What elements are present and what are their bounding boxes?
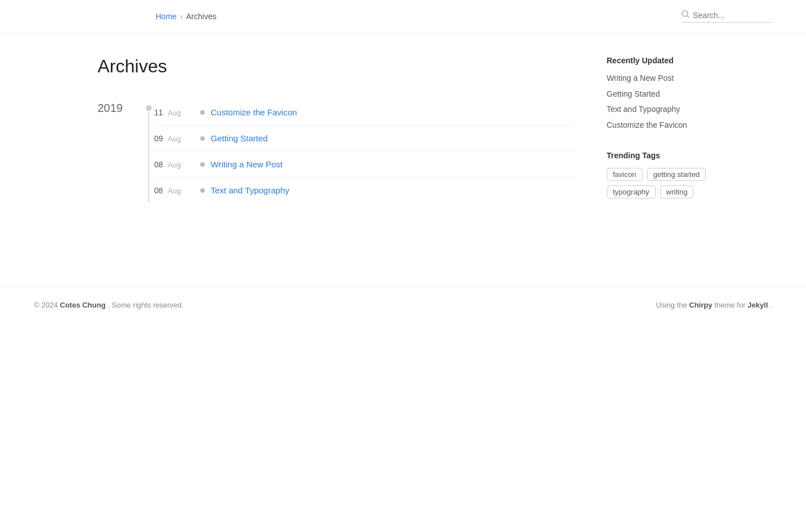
breadcrumb-separator: › <box>180 12 183 21</box>
main-layout: Archives 2019 11 Aug Customize the Favi <box>64 33 743 241</box>
tag-item[interactable]: typography <box>607 185 656 198</box>
entry-date: 08 Aug <box>154 186 194 195</box>
recently-updated-item: Getting Started <box>607 89 731 100</box>
breadcrumb: Home › Archives <box>156 12 217 21</box>
tag-item[interactable]: getting started <box>647 168 706 181</box>
timeline-entry: 08 Aug Writing a New Post <box>154 151 573 177</box>
timeline-line <box>143 100 154 203</box>
entry-link[interactable]: Getting Started <box>211 133 268 143</box>
entry-day: 08 <box>154 186 166 195</box>
recently-updated-item: Customize the Favicon <box>607 120 731 131</box>
footer-attribution: Using the Chirpy theme for Jekyll . <box>656 301 772 309</box>
trending-tags-title: Trending Tags <box>607 151 731 160</box>
recently-updated-link[interactable]: Writing a New Post <box>607 73 674 83</box>
entry-day: 09 <box>154 134 166 143</box>
entry-link[interactable]: Writing a New Post <box>211 159 283 169</box>
entry-dot <box>200 136 205 141</box>
footer-theme: Chirpy <box>689 301 712 309</box>
recently-updated-link[interactable]: Getting Started <box>607 89 660 98</box>
sidebar: Recently Updated Writing a New PostGetti… <box>607 56 731 219</box>
entry-dot <box>200 110 205 115</box>
timeline-year-section: 2019 11 Aug Customize the Favicon 09 Aug <box>98 100 573 203</box>
entry-dot-wrap <box>194 110 211 115</box>
content-area: Archives 2019 11 Aug Customize the Favi <box>98 56 573 219</box>
entry-day: 11 <box>154 108 166 117</box>
breadcrumb-current: Archives <box>186 12 217 21</box>
entry-dot <box>200 188 205 193</box>
search-icon <box>682 10 689 20</box>
timeline-entry: 08 Aug Text and Typography <box>154 177 573 203</box>
entry-dot-wrap <box>194 162 211 167</box>
timeline-entry: 11 Aug Customize the Favicon <box>154 100 573 125</box>
entry-month: Aug <box>168 187 181 195</box>
entry-month: Aug <box>168 135 181 143</box>
tag-item[interactable]: writing <box>660 185 694 198</box>
vertical-line <box>148 111 149 203</box>
svg-line-1 <box>687 16 689 18</box>
search-input[interactable] <box>693 11 772 20</box>
entry-day: 08 <box>154 160 166 169</box>
year-label: 2019 <box>98 102 123 115</box>
footer-author: Cotes Chung <box>60 301 106 309</box>
trending-tags-section: Trending Tags favicongetting startedtypo… <box>607 151 731 198</box>
recently-updated-section: Recently Updated Writing a New PostGetti… <box>607 56 731 131</box>
entry-date: 08 Aug <box>154 160 194 169</box>
footer: © 2024 Cotes Chung . Some rights reserve… <box>0 287 806 323</box>
entry-link[interactable]: Customize the Favicon <box>211 107 298 117</box>
tag-item[interactable]: favicon <box>607 168 643 181</box>
page-title: Archives <box>98 56 573 77</box>
recently-updated-item: Writing a New Post <box>607 73 731 84</box>
recently-updated-title: Recently Updated <box>607 56 731 65</box>
tags-container: favicongetting startedtypographywriting <box>607 168 731 198</box>
footer-engine-link[interactable]: Jekyll <box>748 301 768 309</box>
timeline-entries: 11 Aug Customize the Favicon 09 Aug Gett… <box>154 100 573 203</box>
entry-date: 09 Aug <box>154 134 194 143</box>
entry-month: Aug <box>168 109 181 117</box>
entry-month: Aug <box>168 161 181 169</box>
entry-date: 11 Aug <box>154 108 194 117</box>
footer-engine: Jekyll <box>748 301 768 309</box>
year-label-col: 2019 <box>98 100 143 203</box>
year-circle-dot <box>146 105 152 111</box>
recently-updated-item: Text and Typography <box>607 104 731 115</box>
search-bar <box>682 10 772 23</box>
recently-updated-link[interactable]: Text and Typography <box>607 105 680 114</box>
breadcrumb-home-link[interactable]: Home <box>156 12 176 21</box>
timeline-entry: 09 Aug Getting Started <box>154 125 573 151</box>
top-bar: Home › Archives <box>0 0 806 33</box>
footer-copyright: © 2024 Cotes Chung . Some rights reserve… <box>34 301 184 309</box>
recently-updated-link[interactable]: Customize the Favicon <box>607 120 687 129</box>
recently-updated-list: Writing a New PostGetting StartedText an… <box>607 73 731 131</box>
entry-dot <box>200 162 205 167</box>
footer-theme-link[interactable]: Chirpy <box>689 301 712 309</box>
entry-link[interactable]: Text and Typography <box>211 185 290 195</box>
entry-dot-wrap <box>194 188 211 193</box>
entry-dot-wrap <box>194 136 211 141</box>
